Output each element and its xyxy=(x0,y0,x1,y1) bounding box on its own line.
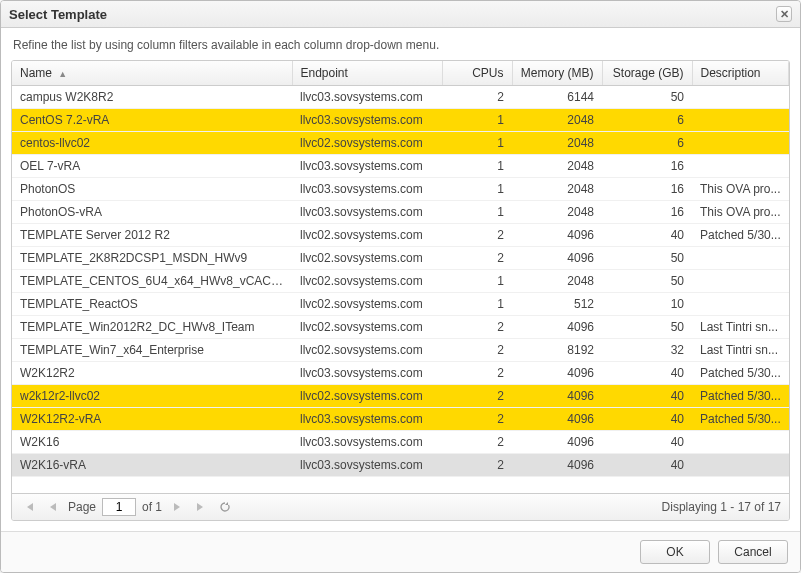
close-button[interactable]: ✕ xyxy=(776,6,792,22)
col-header-endpoint-label: Endpoint xyxy=(301,66,348,80)
last-page-button[interactable] xyxy=(192,498,210,516)
cell-memory: 2048 xyxy=(512,132,602,155)
cell-endpoint: llvc03.sovsystems.com xyxy=(292,454,442,477)
cell-cpus: 2 xyxy=(442,385,512,408)
cell-storage: 40 xyxy=(602,408,692,431)
cell-endpoint: llvc02.sovsystems.com xyxy=(292,293,442,316)
cell-name: W2K16 xyxy=(12,431,292,454)
table-row[interactable]: PhotonOSllvc03.sovsystems.com1204816This… xyxy=(12,178,789,201)
col-header-description-label: Description xyxy=(701,66,761,80)
table-row[interactable]: TEMPLATE_ReactOSllvc02.sovsystems.com151… xyxy=(12,293,789,316)
cell-cpus: 1 xyxy=(442,109,512,132)
cell-storage: 50 xyxy=(602,86,692,109)
pager: Page of 1 Displaying 1 - 17 of 17 xyxy=(12,493,789,520)
table-row[interactable]: TEMPLATE Server 2012 R2llvc02.sovsystems… xyxy=(12,224,789,247)
cell-endpoint: llvc03.sovsystems.com xyxy=(292,178,442,201)
cell-description: Patched 5/30... xyxy=(692,362,789,385)
table-row[interactable]: TEMPLATE_Win7_x64_Enterprisellvc02.sovsy… xyxy=(12,339,789,362)
cell-storage: 40 xyxy=(602,454,692,477)
table-row[interactable]: w2k12r2-llvc02llvc02.sovsystems.com24096… xyxy=(12,385,789,408)
cell-endpoint: llvc02.sovsystems.com xyxy=(292,339,442,362)
dialog-title: Select Template xyxy=(9,7,107,22)
cell-name: TEMPLATE_ReactOS xyxy=(12,293,292,316)
cell-cpus: 1 xyxy=(442,201,512,224)
cell-memory: 2048 xyxy=(512,270,602,293)
cell-endpoint: llvc03.sovsystems.com xyxy=(292,362,442,385)
col-header-memory-label: Memory (MB) xyxy=(521,66,594,80)
cell-memory: 512 xyxy=(512,293,602,316)
table-row[interactable]: W2K16-vRAllvc03.sovsystems.com2409640 xyxy=(12,454,789,477)
col-header-storage[interactable]: Storage (GB) xyxy=(602,61,692,86)
page-label: Page xyxy=(68,500,96,514)
filter-hint: Refine the list by using column filters … xyxy=(11,34,790,60)
refresh-button[interactable] xyxy=(216,498,234,516)
cancel-button[interactable]: Cancel xyxy=(718,540,788,564)
prev-page-icon xyxy=(47,501,59,513)
cell-description xyxy=(692,109,789,132)
dialog-body: Refine the list by using column filters … xyxy=(1,28,800,531)
cell-cpus: 2 xyxy=(442,408,512,431)
cell-description xyxy=(692,155,789,178)
col-header-storage-label: Storage (GB) xyxy=(613,66,684,80)
table-row[interactable]: OEL 7-vRAllvc03.sovsystems.com1204816 xyxy=(12,155,789,178)
table-row[interactable]: W2K16llvc03.sovsystems.com2409640 xyxy=(12,431,789,454)
cell-name: campus W2K8R2 xyxy=(12,86,292,109)
first-page-icon xyxy=(23,501,35,513)
cell-storage: 32 xyxy=(602,339,692,362)
table-row[interactable]: centos-llvc02llvc02.sovsystems.com120486 xyxy=(12,132,789,155)
cell-cpus: 2 xyxy=(442,224,512,247)
cell-name: W2K12R2-vRA xyxy=(12,408,292,431)
cell-cpus: 1 xyxy=(442,132,512,155)
cell-cpus: 2 xyxy=(442,247,512,270)
cell-cpus: 1 xyxy=(442,155,512,178)
table-row[interactable]: W2K12R2llvc03.sovsystems.com2409640Patch… xyxy=(12,362,789,385)
cell-description xyxy=(692,86,789,109)
cell-memory: 4096 xyxy=(512,431,602,454)
page-input[interactable] xyxy=(102,498,136,516)
table-row[interactable]: campus W2K8R2llvc03.sovsystems.com261445… xyxy=(12,86,789,109)
next-page-button[interactable] xyxy=(168,498,186,516)
cell-memory: 4096 xyxy=(512,454,602,477)
close-icon: ✕ xyxy=(780,9,789,20)
cell-cpus: 2 xyxy=(442,316,512,339)
cell-storage: 16 xyxy=(602,155,692,178)
cell-description: Patched 5/30... xyxy=(692,224,789,247)
cell-name: TEMPLATE_Win2012R2_DC_HWv8_ITeam xyxy=(12,316,292,339)
cell-description: Patched 5/30... xyxy=(692,408,789,431)
cell-endpoint: llvc02.sovsystems.com xyxy=(292,270,442,293)
cell-name: TEMPLATE_Win7_x64_Enterprise xyxy=(12,339,292,362)
col-header-cpus[interactable]: CPUs xyxy=(442,61,512,86)
col-header-endpoint[interactable]: Endpoint xyxy=(292,61,442,86)
cell-endpoint: llvc03.sovsystems.com xyxy=(292,431,442,454)
table-row[interactable]: CentOS 7.2-vRAllvc03.sovsystems.com12048… xyxy=(12,109,789,132)
table-row[interactable]: PhotonOS-vRAllvc03.sovsystems.com1204816… xyxy=(12,201,789,224)
table-row[interactable]: TEMPLATE_2K8R2DCSP1_MSDN_HWv9llvc02.sovs… xyxy=(12,247,789,270)
cell-description xyxy=(692,247,789,270)
col-header-description[interactable]: Description xyxy=(692,61,789,86)
cell-endpoint: llvc02.sovsystems.com xyxy=(292,224,442,247)
first-page-button[interactable] xyxy=(20,498,38,516)
col-header-name[interactable]: Name ▲ xyxy=(12,61,292,86)
cell-name: PhotonOS xyxy=(12,178,292,201)
cell-storage: 40 xyxy=(602,385,692,408)
ok-button[interactable]: OK xyxy=(640,540,710,564)
display-label: Displaying 1 - 17 of 17 xyxy=(662,500,781,514)
table-row[interactable]: TEMPLATE_CENTOS_6U4_x64_HWv8_vCAC_ITeaml… xyxy=(12,270,789,293)
cell-description xyxy=(692,454,789,477)
cell-storage: 16 xyxy=(602,178,692,201)
col-header-memory[interactable]: Memory (MB) xyxy=(512,61,602,86)
cell-memory: 6144 xyxy=(512,86,602,109)
cell-cpus: 1 xyxy=(442,178,512,201)
table-row[interactable]: W2K12R2-vRAllvc03.sovsystems.com2409640P… xyxy=(12,408,789,431)
cell-memory: 4096 xyxy=(512,247,602,270)
sort-asc-icon: ▲ xyxy=(58,69,67,79)
cell-endpoint: llvc02.sovsystems.com xyxy=(292,316,442,339)
cell-endpoint: llvc03.sovsystems.com xyxy=(292,408,442,431)
cell-description: This OVA pro... xyxy=(692,201,789,224)
table-row[interactable]: TEMPLATE_Win2012R2_DC_HWv8_ITeamllvc02.s… xyxy=(12,316,789,339)
cell-storage: 10 xyxy=(602,293,692,316)
grid-body[interactable]: campus W2K8R2llvc03.sovsystems.com261445… xyxy=(12,86,789,493)
prev-page-button[interactable] xyxy=(44,498,62,516)
cell-description: Last Tintri sn... xyxy=(692,339,789,362)
col-header-cpus-label: CPUs xyxy=(472,66,503,80)
